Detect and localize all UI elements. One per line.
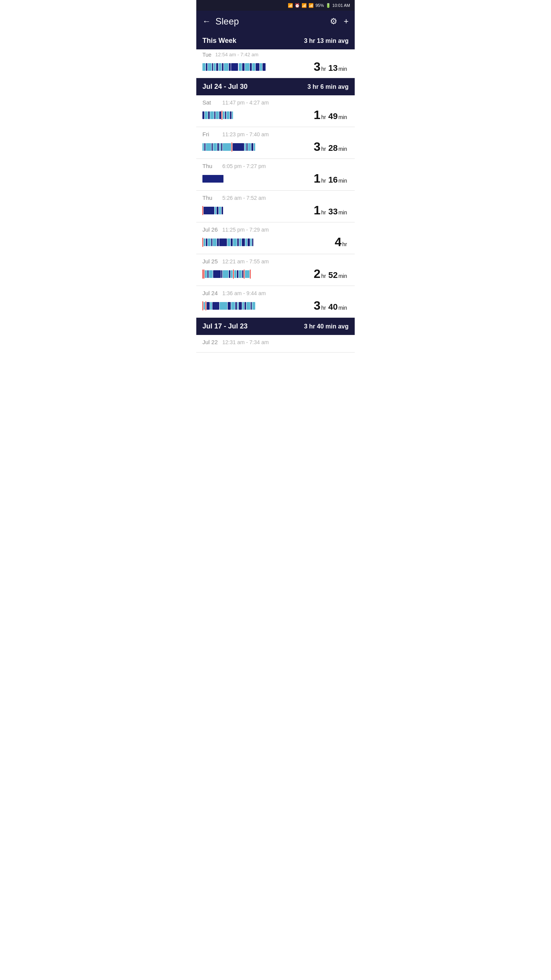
svg-rect-16 (256, 63, 259, 71)
svg-rect-105 (246, 302, 250, 310)
sleep-entry-sat: Sat 11:47 pm - 4:27 am 1 hr (196, 95, 355, 127)
entry-time-jul22: 12:31 am - 7:34 am (222, 339, 269, 345)
svg-rect-96 (212, 302, 219, 310)
svg-rect-83 (233, 270, 234, 279)
svg-rect-41 (231, 142, 232, 152)
svg-rect-40 (223, 143, 231, 151)
svg-rect-29 (227, 111, 230, 119)
svg-rect-25 (219, 111, 221, 119)
sleep-bar-tue (202, 62, 302, 72)
svg-rect-46 (251, 143, 253, 151)
svg-rect-85 (237, 270, 238, 278)
week-banner-jul17-jul23: Jul 17 - Jul 23 3 hr 40 min avg (196, 318, 355, 335)
svg-rect-94 (207, 302, 210, 310)
svg-rect-14 (250, 63, 252, 71)
svg-rect-81 (229, 270, 230, 278)
entry-time-fri: 11:23 pm - 7:40 am (222, 131, 269, 137)
duration-thu1: 1 hr 16 min (306, 172, 349, 186)
add-button[interactable]: + (344, 16, 349, 26)
settings-button[interactable]: ⚙ (330, 16, 337, 26)
this-week-label: This Week (202, 37, 236, 45)
page-title: Sleep (215, 16, 325, 27)
entry-day-jul22: Jul 22 (202, 339, 218, 345)
svg-rect-60 (213, 238, 217, 246)
duration-fri: 3 hr 28 min (306, 140, 349, 154)
svg-rect-36 (213, 143, 217, 151)
svg-rect-44 (246, 143, 248, 151)
svg-rect-71 (250, 238, 252, 246)
svg-rect-88 (244, 270, 245, 279)
svg-rect-77 (209, 270, 213, 278)
svg-rect-51 (215, 207, 216, 214)
partial-day: Tue (202, 52, 212, 58)
svg-rect-100 (235, 302, 237, 310)
svg-rect-17 (260, 63, 262, 71)
svg-rect-42 (233, 143, 244, 151)
svg-rect-18 (262, 63, 266, 71)
svg-rect-62 (219, 238, 227, 246)
svg-rect-104 (245, 302, 246, 310)
svg-rect-84 (234, 270, 236, 278)
svg-rect-23 (214, 111, 215, 119)
svg-rect-82 (231, 270, 233, 278)
svg-rect-30 (230, 111, 231, 119)
svg-rect-24 (216, 111, 219, 119)
svg-rect-67 (239, 238, 241, 246)
entry-time-sat: 11:47 pm - 4:27 am (222, 100, 269, 106)
svg-rect-97 (220, 302, 227, 310)
svg-rect-103 (242, 302, 244, 310)
status-bar: 📶 ⏰ 📶 📶 95% 🔋 10:01 AM (196, 0, 355, 11)
this-week-banner: This Week 3 hr 13 min avg (196, 32, 355, 49)
svg-rect-72 (252, 238, 253, 246)
svg-rect-0 (202, 63, 205, 71)
entry-time-jul26: 11:25 pm - 7:29 am (222, 227, 269, 233)
sleep-entry-jul25: Jul 25 12:21 am - 7:55 am (196, 254, 355, 286)
sleep-bar-jul24 (202, 301, 302, 311)
svg-rect-34 (206, 143, 211, 151)
signal-icon: 📶 (308, 3, 314, 8)
app-header: ← Sleep ⚙ + (196, 11, 355, 32)
entry-day-jul26: Jul 26 (202, 226, 218, 233)
back-button[interactable]: ← (202, 16, 211, 26)
header-actions: ⚙ + (330, 16, 349, 26)
svg-rect-3 (212, 63, 213, 71)
sleep-bar-fri (202, 142, 302, 152)
svg-rect-27 (223, 111, 225, 119)
svg-rect-12 (242, 63, 245, 71)
svg-rect-61 (217, 238, 219, 246)
svg-rect-43 (245, 143, 246, 151)
entry-day-jul25: Jul 25 (202, 258, 218, 265)
svg-rect-56 (204, 238, 205, 246)
svg-rect-53 (219, 207, 221, 214)
svg-rect-33 (204, 143, 205, 151)
svg-rect-73 (202, 270, 203, 279)
svg-rect-35 (212, 143, 213, 151)
svg-rect-58 (208, 238, 211, 246)
svg-rect-76 (207, 270, 209, 278)
entry-day-thu1: Thu (202, 163, 218, 169)
svg-rect-7 (222, 63, 223, 71)
duration-jul24: 3 hr 40 min (306, 299, 349, 313)
status-icons: 📶 ⏰ 📶 📶 95% 🔋 10:01 AM (288, 3, 350, 8)
svg-rect-19 (202, 111, 204, 119)
sleep-bar-thu2 (202, 205, 302, 216)
entry-time-thu2: 5:26 am - 7:52 am (222, 195, 266, 201)
svg-rect-64 (231, 238, 233, 246)
duration-jul26: 4 hr (306, 235, 349, 249)
svg-rect-1 (206, 63, 207, 71)
duration-tue: 3 hr 13 min (306, 60, 349, 74)
svg-rect-66 (237, 238, 239, 246)
svg-rect-75 (205, 270, 207, 278)
wifi-icon: 📶 (302, 3, 307, 8)
svg-rect-15 (252, 63, 255, 71)
svg-rect-6 (218, 63, 222, 71)
svg-rect-50 (204, 207, 214, 214)
svg-rect-47 (254, 143, 255, 151)
sleep-entry-fri: Fri 11:23 pm - 7:40 am (196, 127, 355, 159)
sleep-entry-jul22: Jul 22 12:31 am - 7:34 am (196, 335, 355, 353)
svg-rect-80 (223, 270, 228, 278)
svg-rect-2 (208, 63, 212, 71)
sleep-entry-thu1: Thu 6:05 pm - 7:27 pm 1 hr 16 min (196, 159, 355, 191)
week-banner-jul24-jul30: Jul 24 - Jul 30 3 hr 6 min avg (196, 78, 355, 95)
svg-rect-95 (210, 302, 212, 310)
